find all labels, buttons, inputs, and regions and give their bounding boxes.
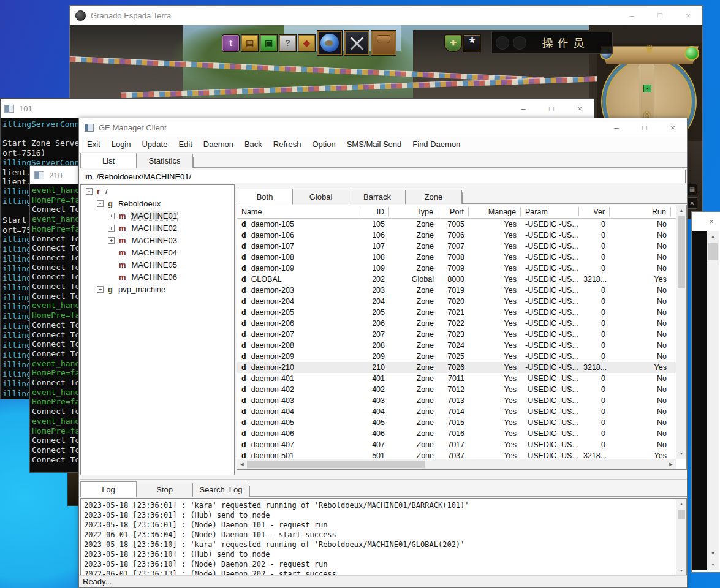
log-tab-search-log[interactable]: Search_Log [193,483,249,497]
column-header-param[interactable]: Param [521,207,579,216]
minimize-icon[interactable]: – [618,6,646,25]
manager-titlebar[interactable]: GE Manager Client – □ × [79,118,687,137]
close-icon[interactable]: × [566,99,594,118]
table-vertical-scrollbar[interactable]: ▲ ▼ [676,205,686,459]
column-header-ver[interactable]: Ver [579,207,610,216]
minimize-icon[interactable]: – [509,99,537,118]
tree-item-machine02[interactable]: +mMACHINE02 [81,222,234,234]
compass-icon[interactable]: ◆ [298,35,315,51]
scrollbar-thumb[interactable] [678,216,685,288]
table-row[interactable]: ddaemon-109109Zone7009Yes-USEDIC -US...0… [237,263,676,274]
table-row[interactable]: ddaemon-209209Zone7025Yes-USEDIC -US...0… [237,351,676,362]
table-row[interactable]: ddaemon-402402Zone7012Yes-USEDIC -US...0… [237,384,676,395]
table-row[interactable]: ddaemon-501501Zone7037Yes-USEDIC -US...3… [237,450,676,459]
menu-item-update[interactable]: Update [136,137,173,151]
menu-item-edit[interactable]: Edit [173,137,197,151]
party-icon[interactable]: ▣ [260,35,277,51]
table-row[interactable]: ddaemon-403403Zone7013Yes-USEDIC -US...0… [237,395,676,406]
table-row[interactable]: ddaemon-206206Zone7022Yes-USEDIC -US...0… [237,318,676,329]
scroll-up-icon[interactable]: ▲ [676,205,686,216]
inventory-icon[interactable] [371,31,396,55]
tab-statistics[interactable]: Statistics [137,154,193,168]
column-header-name[interactable]: Name [237,207,358,216]
expander-plus-icon[interactable]: + [97,286,104,293]
log-vertical-scrollbar[interactable]: ▲ ▼ [676,499,686,576]
tray-window-icon[interactable]: ▦ [687,184,697,195]
column-header-type[interactable]: Type [389,207,438,216]
expander-plus-icon[interactable]: + [108,225,115,232]
table-row[interactable]: ddaemon-204204Zone7020Yes-USEDIC -US...0… [237,296,676,307]
table-row[interactable]: dGLOBAL202Global8000Yes-USEDIC -US...321… [237,274,676,285]
table-row[interactable]: ddaemon-106106Zone7006Yes-USEDIC -US...0… [237,230,676,241]
maximize-icon[interactable]: □ [631,118,659,137]
tree-item-machine01[interactable]: +mMACHINE01 [81,209,234,222]
scrollbar-thumb[interactable] [678,510,685,519]
column-header-id[interactable]: ID [358,207,389,216]
column-header-run[interactable]: Run [610,207,671,216]
duel-icon[interactable] [344,31,369,55]
table-row[interactable]: ddaemon-107107Zone7007Yes-USEDIC -US...0… [237,241,676,252]
menu-item-login[interactable]: Login [106,137,137,151]
skills-icon[interactable]: * [464,35,480,51]
table-row[interactable]: ddaemon-207207Zone7023Yes-USEDIC -US...0… [237,329,676,340]
minimap-toggle-orb-icon[interactable] [684,46,699,61]
table-row[interactable]: ddaemon-210210Zone7026Yes-USEDIC -US...3… [237,362,676,373]
scroll-down-icon[interactable]: ▼ [676,448,686,459]
table-horizontal-scrollbar[interactable]: ◀ ▶ [237,459,676,469]
scroll-up-icon[interactable]: ▲ [707,231,719,241]
help-icon[interactable]: ? [279,35,296,51]
column-header-port[interactable]: Port [438,207,469,216]
maximize-icon[interactable]: □ [646,6,674,25]
address-bar[interactable]: m /Reboldoeux/MACHINE01/ [81,170,686,183]
scroll-down-icon[interactable]: ▼ [707,559,719,570]
filter-tab-global[interactable]: Global [293,190,349,204]
tray-close-icon[interactable]: ✕ [687,197,697,209]
expander-plus-icon[interactable]: + [108,237,115,244]
menu-item-option[interactable]: Option [306,137,341,151]
close-icon[interactable]: × [674,6,702,25]
table-row[interactable]: ddaemon-105105Zone7005Yes-USEDIC -US...0… [237,219,676,230]
tree-item-pvp-machine[interactable]: +gpvp_machine [81,283,234,295]
tree-item-machine03[interactable]: +mMACHINE03 [81,234,234,246]
menu-item-sms-mail-send[interactable]: SMS/Mail Send [341,137,407,151]
world-map-icon[interactable] [317,31,342,55]
expander-minus-icon[interactable]: - [86,188,93,195]
filter-tab-barrack[interactable]: Barrack [349,190,406,204]
menu-item-exit[interactable]: Exit [81,137,106,151]
shield-icon[interactable]: ✚ [445,35,461,51]
scroll-up-icon[interactable]: ▲ [676,499,686,509]
side-vertical-scrollbar[interactable]: ▲ ▼ ▼ [707,231,719,570]
menu-item-back[interactable]: Back [239,137,268,151]
scroll-left-icon[interactable]: ◀ [237,459,247,469]
close-icon[interactable]: × [697,212,720,231]
table-row[interactable]: ddaemon-406406Zone7016Yes-USEDIC -US...0… [237,428,676,439]
menu-item-daemon[interactable]: Daemon [198,137,239,151]
tree-item-reboldoeux[interactable]: -gReboldoeux [81,197,234,209]
table-row[interactable]: ddaemon-404404Zone7014Yes-USEDIC -US...0… [237,406,676,417]
tree-item-root[interactable]: -r/ [81,185,234,197]
log-tab-stop[interactable]: Stop [137,483,193,497]
table-row[interactable]: ddaemon-405405Zone7015Yes-USEDIC -US...0… [237,417,676,428]
tree-item-machine06[interactable]: mMACHINE06 [81,271,234,283]
console-101-titlebar[interactable]: 101 – □ × [1,99,594,118]
table-row[interactable]: ddaemon-407407Zone7017Yes-USEDIC -US...0… [237,439,676,450]
side-window-titlebar[interactable]: × [692,212,720,231]
scroll-right-icon[interactable]: ▶ [666,459,676,469]
token-icon[interactable]: t [222,35,239,51]
table-row[interactable]: ddaemon-401401Zone7011Yes-USEDIC -US...0… [237,373,676,384]
tree-item-machine04[interactable]: mMACHINE04 [81,246,234,258]
scrollbar-thumb[interactable] [708,243,718,260]
maximize-icon[interactable]: □ [537,99,566,118]
column-header-manage[interactable]: Manage [469,207,521,216]
log-tab-log[interactable]: Log [80,481,137,497]
chest-icon[interactable]: ▤ [241,35,258,51]
minimize-icon[interactable]: – [602,118,631,137]
table-row[interactable]: ddaemon-203203Zone7019Yes-USEDIC -US...0… [237,285,676,296]
filter-tab-both[interactable]: Both [237,189,293,205]
table-row[interactable]: ddaemon-208208Zone7024Yes-USEDIC -US...0… [237,340,676,351]
menu-item-refresh[interactable]: Refresh [268,137,307,151]
table-row[interactable]: ddaemon-108108Zone7008Yes-USEDIC -US...0… [237,252,676,263]
tree-item-machine05[interactable]: mMACHINE05 [81,258,234,271]
expander-minus-icon[interactable]: - [97,200,104,207]
menu-item-find-daemon[interactable]: Find Daemon [407,137,466,151]
